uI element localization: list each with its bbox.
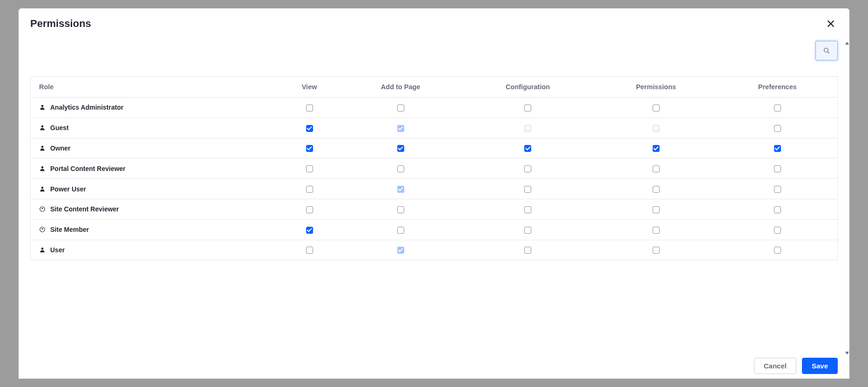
perm-checkbox[interactable] <box>653 227 660 234</box>
col-preferences: Preferences <box>718 77 838 98</box>
perm-cell <box>279 240 340 260</box>
perm-cell <box>461 219 594 240</box>
perm-checkbox <box>397 186 404 193</box>
col-permissions: Permissions <box>594 77 718 98</box>
perm-cell <box>461 138 594 158</box>
table-row: Power User <box>31 179 838 199</box>
perm-checkbox[interactable] <box>653 186 660 193</box>
perm-checkbox[interactable] <box>774 165 781 172</box>
perm-cell <box>279 199 340 219</box>
perm-checkbox[interactable] <box>524 186 531 193</box>
perm-cell <box>718 179 838 199</box>
role-cell: User <box>31 240 279 260</box>
perm-cell <box>718 158 838 179</box>
toolbar <box>30 35 838 76</box>
perm-cell <box>594 179 718 199</box>
cancel-button[interactable]: Cancel <box>754 358 796 374</box>
svg-line-3 <box>828 52 829 53</box>
site-icon <box>39 206 46 212</box>
role-name: Power User <box>50 185 86 193</box>
modal-footer: Cancel Save <box>19 352 849 379</box>
svg-point-7 <box>41 166 44 169</box>
svg-marker-10 <box>41 207 44 210</box>
save-button[interactable]: Save <box>802 358 838 374</box>
perm-checkbox[interactable] <box>774 247 781 254</box>
perm-checkbox[interactable] <box>774 145 781 152</box>
perm-checkbox[interactable] <box>306 186 313 193</box>
svg-point-4 <box>41 105 44 107</box>
perm-checkbox[interactable] <box>653 247 660 254</box>
perm-checkbox[interactable] <box>306 125 313 132</box>
search-button[interactable] <box>815 41 838 60</box>
perm-checkbox[interactable] <box>524 206 531 213</box>
perm-checkbox <box>653 125 660 132</box>
perm-checkbox[interactable] <box>306 145 313 152</box>
user-icon <box>39 186 46 192</box>
perm-checkbox[interactable] <box>306 105 313 112</box>
role-name: Portal Content Reviewer <box>50 165 126 172</box>
perm-checkbox[interactable] <box>774 105 781 112</box>
svg-point-13 <box>41 248 44 250</box>
perm-checkbox[interactable] <box>524 165 531 172</box>
perm-cell <box>340 199 461 219</box>
perm-cell <box>461 199 594 219</box>
close-button[interactable] <box>824 17 838 31</box>
user-icon <box>39 247 46 253</box>
table-head: Role View Add to Page Configuration Perm… <box>31 77 838 98</box>
role-cell: Analytics Administrator <box>31 98 279 118</box>
role-cell: Site Member <box>31 219 279 240</box>
perm-checkbox[interactable] <box>524 145 531 152</box>
perm-checkbox[interactable] <box>397 206 404 213</box>
perm-checkbox[interactable] <box>653 145 660 152</box>
perm-checkbox[interactable] <box>774 125 781 132</box>
perm-checkbox[interactable] <box>774 206 781 213</box>
perm-checkbox[interactable] <box>397 105 404 112</box>
perm-cell <box>594 240 718 260</box>
perm-cell <box>718 138 838 158</box>
perm-checkbox[interactable] <box>397 227 404 234</box>
perm-cell <box>718 219 838 240</box>
perm-checkbox[interactable] <box>306 247 313 254</box>
perm-checkbox[interactable] <box>397 145 404 152</box>
perm-cell <box>461 240 594 260</box>
perm-checkbox <box>397 125 404 132</box>
svg-point-5 <box>41 125 44 128</box>
role-name: Analytics Administrator <box>50 104 123 111</box>
perm-cell <box>279 138 340 158</box>
table-row: User <box>31 240 838 260</box>
perm-checkbox[interactable] <box>524 227 531 234</box>
perm-cell <box>461 158 594 179</box>
role-cell: Portal Content Reviewer <box>31 158 279 179</box>
svg-point-2 <box>824 48 828 52</box>
perm-checkbox[interactable] <box>306 206 313 213</box>
table-row: Guest <box>31 118 838 138</box>
perm-checkbox[interactable] <box>524 247 531 254</box>
role-name: Owner <box>50 144 71 152</box>
role-name: Guest <box>50 124 69 131</box>
perm-cell <box>340 179 461 199</box>
perm-checkbox[interactable] <box>653 206 660 213</box>
perm-cell <box>594 158 718 179</box>
role-cell: Owner <box>31 138 279 158</box>
user-icon <box>39 145 46 151</box>
perm-cell <box>718 98 838 118</box>
perm-checkbox <box>397 247 404 254</box>
perm-cell <box>718 240 838 260</box>
perm-cell <box>718 118 838 138</box>
perm-checkbox[interactable] <box>653 165 660 172</box>
perm-cell <box>279 118 340 138</box>
perm-checkbox[interactable] <box>306 227 313 234</box>
svg-marker-12 <box>41 228 44 230</box>
permissions-modal: Permissions Role View Add to Page <box>19 8 849 379</box>
perm-checkbox[interactable] <box>524 105 531 112</box>
perm-checkbox[interactable] <box>306 165 313 172</box>
modal-body: Role View Add to Page Configuration Perm… <box>19 35 849 352</box>
perm-checkbox[interactable] <box>774 227 781 234</box>
modal-header: Permissions <box>19 8 849 35</box>
table-row: Site Member <box>31 219 838 240</box>
perm-checkbox[interactable] <box>774 186 781 193</box>
perm-checkbox[interactable] <box>397 165 404 172</box>
perm-checkbox[interactable] <box>653 105 660 112</box>
perm-cell <box>279 98 340 118</box>
role-name: User <box>50 246 65 254</box>
